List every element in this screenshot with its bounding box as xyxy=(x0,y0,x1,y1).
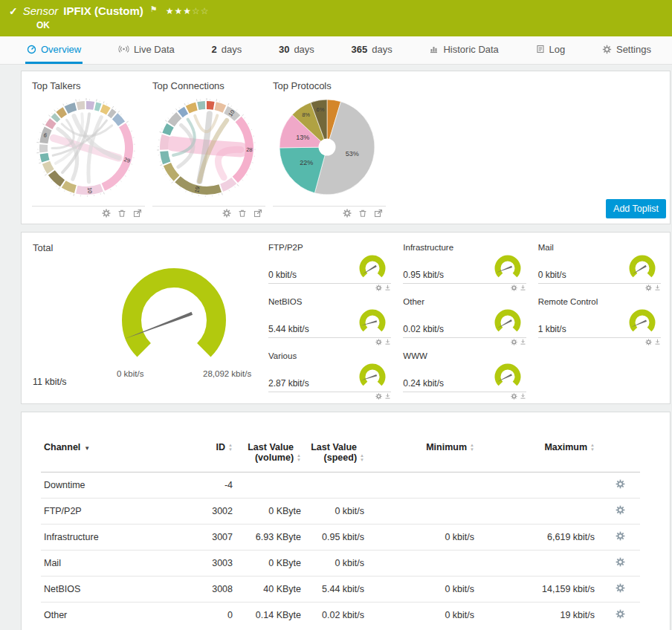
gauge-settings-icon[interactable] xyxy=(511,393,517,400)
gauge-settings-icon[interactable] xyxy=(375,285,382,291)
download-icon[interactable] xyxy=(384,339,391,345)
sort-icons[interactable]: ▲▼ xyxy=(470,444,474,452)
download-icon[interactable] xyxy=(384,339,391,345)
top-talkers-chord-chart[interactable]: 29106 xyxy=(32,93,140,201)
tab-log[interactable]: Log xyxy=(534,36,567,64)
table-row[interactable]: Other00.14 KByte0.02 kbit/s0 kbit/s19 kb… xyxy=(41,603,640,629)
download-icon[interactable] xyxy=(520,285,526,291)
channel-settings-icon[interactable] xyxy=(616,609,625,619)
toplist-settings-icon[interactable] xyxy=(102,209,111,218)
gauge-settings-icon[interactable] xyxy=(511,285,517,291)
download-icon[interactable] xyxy=(384,393,391,400)
add-toplist-button[interactable]: Add Toplist xyxy=(606,199,666,218)
cell-min xyxy=(367,551,477,577)
top-connections-chord-chart[interactable]: 102819 xyxy=(152,93,261,201)
col-header-minimum[interactable]: Minimum▲▼ xyxy=(367,438,477,472)
download-icon[interactable] xyxy=(654,285,661,291)
download-icon[interactable] xyxy=(520,393,526,400)
external-link-icon[interactable] xyxy=(253,209,262,218)
download-icon[interactable] xyxy=(654,339,661,345)
open-toplist-icon[interactable] xyxy=(253,209,262,218)
tab-2-days[interactable]: 2 days xyxy=(210,36,244,64)
channel-gauge-name: Infrastructure xyxy=(403,243,526,252)
tab-30-days[interactable]: 30 days xyxy=(277,36,316,64)
download-icon[interactable] xyxy=(384,393,391,400)
col-header-channel[interactable]: Channel▼ xyxy=(41,438,190,472)
download-icon[interactable] xyxy=(520,285,526,291)
table-row[interactable]: NetBIOS300840 KByte5.44 kbit/s0 kbit/s14… xyxy=(41,577,640,603)
gear-icon[interactable] xyxy=(616,505,625,515)
gear-icon[interactable] xyxy=(616,531,625,541)
toplist-settings-icon[interactable] xyxy=(343,209,352,218)
toplist-settings-icon[interactable] xyxy=(222,209,231,218)
table-row[interactable]: Infrastructure30076.93 KByte0.95 kbit/s0… xyxy=(41,525,640,551)
sort-icons[interactable]: ▲▼ xyxy=(590,444,595,452)
gear-icon[interactable] xyxy=(511,339,517,345)
col-header-id[interactable]: ID▲▼ xyxy=(190,438,236,472)
download-icon[interactable] xyxy=(520,393,526,400)
stars-filled[interactable]: ★★★ xyxy=(166,6,192,16)
gear-icon[interactable] xyxy=(511,285,517,291)
gauge-settings-icon[interactable] xyxy=(645,339,652,345)
top-protocols-pie-chart[interactable]: 53%22%13%8%6% xyxy=(273,93,381,201)
gauge-settings-icon[interactable] xyxy=(375,393,382,400)
delete-toplist-icon[interactable] xyxy=(117,209,126,218)
external-link-icon[interactable] xyxy=(374,209,383,218)
open-toplist-icon[interactable] xyxy=(133,209,142,218)
sort-icons[interactable]: ▲▼ xyxy=(297,454,301,462)
gauge-settings-icon[interactable] xyxy=(375,339,382,345)
external-link-icon[interactable] xyxy=(133,209,142,218)
delete-toplist-icon[interactable] xyxy=(238,209,247,218)
open-toplist-icon[interactable] xyxy=(374,209,383,218)
gear-icon[interactable] xyxy=(645,285,652,291)
col-header-last-value-volume[interactable]: Last Value(volume)▲▼ xyxy=(236,438,304,472)
stars-empty[interactable]: ☆☆ xyxy=(192,6,210,16)
sort-icons[interactable]: ▲▼ xyxy=(360,454,364,462)
gauge-settings-icon[interactable] xyxy=(645,285,652,291)
col-header-last-value-speed[interactable]: Last Value(speed)▲▼ xyxy=(304,438,367,472)
gear-icon[interactable] xyxy=(375,285,382,291)
trash-icon[interactable] xyxy=(117,209,126,218)
download-icon[interactable] xyxy=(654,285,661,291)
table-row[interactable]: FTP/P2P30020 KByte0 kbit/s xyxy=(41,499,640,525)
gear-icon[interactable] xyxy=(616,609,625,619)
tab-365-days[interactable]: 365 days xyxy=(350,36,394,64)
download-icon[interactable] xyxy=(520,339,526,345)
trash-icon[interactable] xyxy=(358,209,367,218)
tab-historic-data[interactable]: Historic Data xyxy=(427,36,500,64)
channel-settings-icon[interactable] xyxy=(616,583,625,593)
gear-icon[interactable] xyxy=(375,339,382,345)
delete-toplist-icon[interactable] xyxy=(358,209,367,218)
tab-live-data[interactable]: Live Data xyxy=(117,36,176,64)
gear-icon[interactable] xyxy=(222,209,231,218)
gear-icon[interactable] xyxy=(343,209,352,218)
gear-icon[interactable] xyxy=(616,557,625,567)
gear-icon[interactable] xyxy=(616,479,625,489)
download-icon[interactable] xyxy=(654,339,661,345)
gear-icon[interactable] xyxy=(102,209,111,218)
col-header-maximum[interactable]: Maximum▲▼ xyxy=(477,438,598,472)
priority-stars[interactable]: ★★★☆☆ xyxy=(166,6,210,16)
gear-icon[interactable] xyxy=(511,393,517,400)
gear-icon[interactable] xyxy=(645,339,652,345)
table-row[interactable]: Mail30030 KByte0 kbit/s xyxy=(41,551,640,577)
gear-icon[interactable] xyxy=(616,583,625,593)
gauge-settings-icon[interactable] xyxy=(511,339,517,345)
gear-icon[interactable] xyxy=(375,393,382,400)
channel-gauge xyxy=(491,306,525,337)
channel-settings-icon[interactable] xyxy=(616,479,625,489)
tab-overview[interactable]: Overview xyxy=(25,36,83,64)
table-row[interactable]: Downtime-4 xyxy=(41,472,640,499)
download-icon[interactable] xyxy=(520,339,526,345)
channel-settings-icon[interactable] xyxy=(616,557,625,567)
cell-actions xyxy=(598,577,640,603)
sort-icons[interactable]: ▲▼ xyxy=(228,444,233,452)
trash-icon[interactable] xyxy=(238,209,247,218)
flag-icon[interactable]: ⚑ xyxy=(150,4,158,14)
channel-gauge xyxy=(355,306,390,337)
download-icon[interactable] xyxy=(384,285,391,291)
download-icon[interactable] xyxy=(384,285,391,291)
tab-settings[interactable]: Settings xyxy=(601,36,653,64)
channel-settings-icon[interactable] xyxy=(616,505,625,515)
channel-settings-icon[interactable] xyxy=(616,531,625,541)
